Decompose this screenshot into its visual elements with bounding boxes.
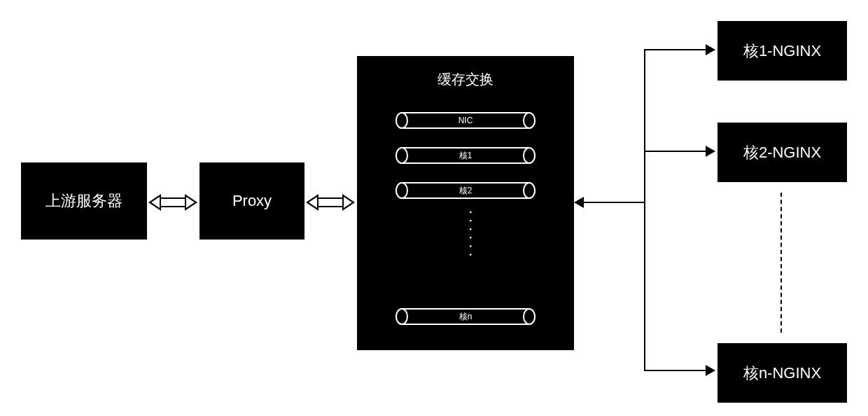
upstream-server-box: 上游服务器 (21, 162, 147, 240)
queue-coren: 核n (396, 308, 536, 325)
upstream-server-label: 上游服务器 (46, 190, 122, 212)
arrow-upstream-proxy (148, 196, 197, 209)
queue-core1-label: 核1 (459, 150, 472, 162)
queue-coren-label: 核n (459, 311, 472, 323)
branch-core1 (644, 49, 707, 50)
arrow-head-core2 (706, 146, 715, 157)
cores-ellipsis (780, 193, 782, 333)
arrow-head-coren (706, 365, 715, 376)
cache-exchange-title: 缓存交换 (357, 70, 574, 89)
branch-trunk (582, 202, 645, 203)
branch-vertical (644, 49, 645, 371)
proxy-box: Proxy (200, 162, 304, 240)
queue-ellipsis: ······ (462, 210, 480, 294)
coren-label: 核n-NGINX (743, 363, 821, 384)
proxy-label: Proxy (232, 192, 272, 210)
core2-label: 核2-NGINX (743, 142, 821, 163)
cache-exchange-box: 缓存交换 NIC 核1 核2 ······ 核n (357, 56, 574, 350)
branch-core2 (644, 151, 707, 152)
core1-box: 核1-NGINX (718, 21, 847, 81)
branch-coren (644, 370, 707, 371)
core1-label: 核1-NGINX (743, 41, 821, 62)
queue-nic-label: NIC (458, 116, 473, 125)
queue-core2-label: 核2 (459, 185, 472, 197)
arrow-proxy-queue (306, 196, 355, 209)
queue-core1: 核1 (396, 147, 536, 164)
queue-core2: 核2 (396, 182, 536, 199)
core2-box: 核2-NGINX (718, 123, 847, 182)
coren-box: 核n-NGINX (718, 343, 847, 403)
queue-nic: NIC (396, 112, 536, 129)
arrow-head-core1 (706, 44, 715, 55)
